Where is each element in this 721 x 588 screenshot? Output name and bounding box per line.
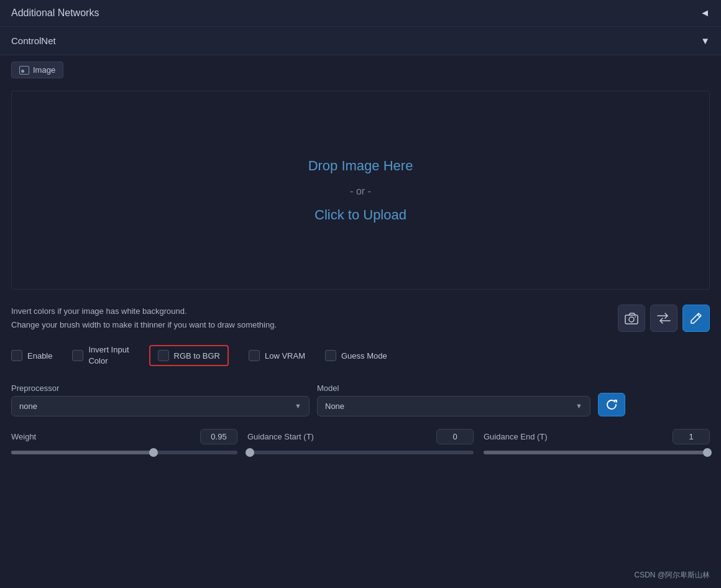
controlnet-title: ControlNet: [11, 35, 56, 46]
guidance-end-label: Guidance End (T): [484, 432, 548, 441]
checkbox-guess-mode-box: [325, 350, 336, 361]
checkbox-enable-box: [11, 350, 22, 361]
weight-label: Weight: [11, 432, 36, 441]
guidance-start-slider-thumb[interactable]: [246, 448, 254, 457]
additional-networks-header: Additional Networks ◄: [0, 0, 721, 27]
svg-rect-0: [625, 315, 638, 324]
info-line1: Invert colors if your image has white ba…: [11, 305, 277, 318]
checkbox-low-vram[interactable]: Low VRAM: [249, 350, 305, 361]
checkbox-low-vram-label: Low VRAM: [265, 351, 305, 361]
weight-slider-track[interactable]: [11, 451, 237, 454]
image-drop-zone[interactable]: Drop Image Here - or - Click to Upload: [11, 91, 710, 290]
preprocessor-dd-arrow: ▼: [295, 402, 301, 410]
pen-button[interactable]: [682, 305, 710, 332]
preprocessor-label: Preprocessor: [11, 384, 310, 393]
swap-button[interactable]: [650, 305, 677, 332]
weight-label-row: Weight 0.95: [11, 429, 237, 444]
controlnet-section: ControlNet ▼ Image Drop Image Here - or …: [0, 27, 721, 467]
checkbox-enable-label: Enable: [27, 351, 52, 361]
drop-image-text: Drop Image Here - or - Click to Upload: [308, 154, 413, 227]
checkbox-guess-mode[interactable]: Guess Mode: [325, 350, 387, 361]
guidance-start-value[interactable]: 0: [436, 429, 474, 444]
guidance-end-group: Guidance End (T) 1: [484, 429, 710, 454]
pen-icon: [690, 312, 702, 324]
weight-slider-fill: [11, 451, 154, 454]
controlnet-expand-icon[interactable]: ▼: [700, 35, 710, 46]
preprocessor-dropdown[interactable]: none ▼: [11, 396, 310, 416]
info-text: Invert colors if your image has white ba…: [11, 305, 277, 332]
guidance-end-label-row: Guidance End (T) 1: [484, 429, 710, 444]
camera-button[interactable]: [618, 305, 645, 332]
drop-upload-text: Click to Upload: [315, 207, 406, 223]
checkbox-enable[interactable]: Enable: [11, 350, 52, 361]
checkboxes-row: Enable Invert InputColor RGB to BGR Low …: [0, 338, 721, 377]
selects-row: Preprocessor none ▼ Model None ▼: [0, 377, 721, 423]
tab-bar: Image: [0, 55, 721, 85]
additional-networks-title: Additional Networks: [11, 7, 99, 19]
checkbox-invert-input-color-box: [72, 350, 83, 361]
svg-point-2: [635, 316, 636, 318]
weight-group: Weight 0.95: [11, 429, 237, 454]
guidance-start-group: Guidance Start (T) 0: [247, 429, 474, 454]
drop-or-text: - or -: [350, 186, 371, 196]
camera-icon: [625, 312, 638, 324]
action-buttons: [618, 305, 710, 332]
watermark: CSDN @阿尔卑斯山林: [634, 570, 710, 581]
checkbox-rgb-to-bgr-box: [158, 350, 169, 361]
guidance-end-slider-fill: [484, 451, 707, 454]
svg-point-1: [629, 317, 634, 322]
checkbox-low-vram-box: [249, 350, 260, 361]
guidance-start-label-row: Guidance Start (T) 0: [247, 429, 474, 444]
tab-image[interactable]: Image: [11, 62, 63, 78]
checkbox-invert-input-color-label: Invert InputColor: [88, 344, 129, 367]
model-group: Model None ▼: [317, 384, 590, 416]
swap-icon: [657, 313, 671, 324]
weight-value[interactable]: 0.95: [200, 429, 237, 444]
refresh-button[interactable]: [598, 393, 625, 416]
guidance-start-slider-track[interactable]: [247, 451, 474, 454]
guidance-end-slider-thumb[interactable]: [703, 448, 712, 457]
controlnet-header: ControlNet ▼: [0, 27, 721, 55]
info-row: Invert colors if your image has white ba…: [0, 296, 721, 338]
guidance-end-slider-track[interactable]: [484, 451, 710, 454]
preprocessor-group: Preprocessor none ▼: [11, 384, 310, 416]
tab-image-label: Image: [33, 65, 55, 75]
model-dd-arrow: ▼: [576, 402, 582, 410]
refresh-icon: [605, 398, 618, 411]
checkbox-rgb-to-bgr[interactable]: RGB to BGR: [149, 345, 229, 366]
model-value: None: [325, 402, 344, 411]
model-dropdown[interactable]: None ▼: [317, 396, 590, 416]
sliders-row: Weight 0.95 Guidance Start (T) 0 Guidanc…: [0, 423, 721, 467]
weight-slider-thumb[interactable]: [149, 448, 158, 457]
guidance-start-label: Guidance Start (T): [247, 432, 314, 441]
info-line2: Change your brush width to make it thinn…: [11, 318, 277, 332]
model-label: Model: [317, 384, 590, 393]
checkbox-guess-mode-label: Guess Mode: [341, 351, 387, 361]
preprocessor-value: none: [19, 402, 37, 411]
checkbox-invert-input-color[interactable]: Invert InputColor: [72, 344, 129, 367]
additional-networks-collapse-icon[interactable]: ◄: [700, 7, 710, 19]
image-tab-icon: [19, 66, 29, 75]
checkbox-rgb-to-bgr-label: RGB to BGR: [174, 351, 220, 361]
guidance-end-value[interactable]: 1: [673, 429, 710, 444]
